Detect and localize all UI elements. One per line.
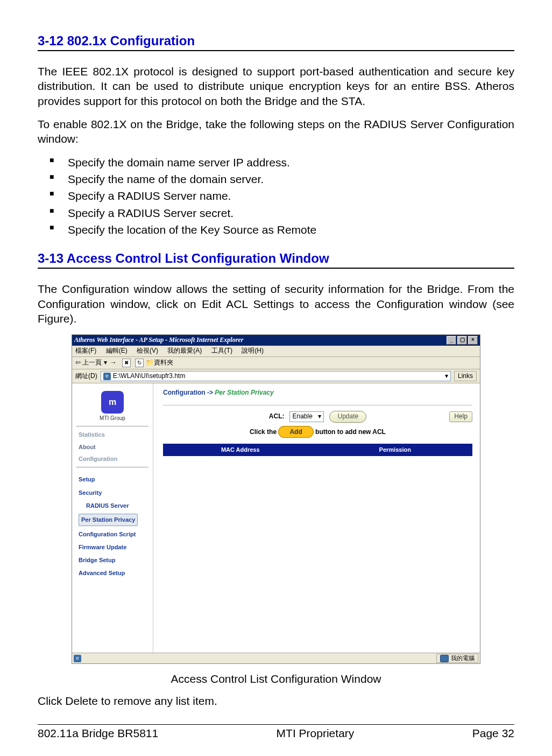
list-item: Specify the location of the Key Source a… xyxy=(68,222,514,237)
sidebar-item-radius[interactable]: RADIUS Server xyxy=(76,499,148,512)
sidebar-item-security[interactable]: Security xyxy=(76,486,148,499)
col-mac-address: MAC Address xyxy=(163,444,318,456)
acl-label: ACL: xyxy=(269,412,285,421)
figure-caption: Access Control List Configuration Window xyxy=(38,671,514,686)
close-button[interactable]: × xyxy=(468,336,478,345)
list-item: Specify a RADIUS Server name. xyxy=(68,188,514,203)
help-button[interactable]: Help xyxy=(449,411,472,422)
bullet-list: Specify the domain name server IP addres… xyxy=(38,155,514,237)
logo-icon: m xyxy=(101,391,124,414)
stop-icon[interactable]: ✖ xyxy=(122,359,131,367)
url-text: E:\WLAN\UI\setupfr3.htm xyxy=(113,372,186,381)
section-heading-3-12: 3-12 802.1x Configuration xyxy=(38,32,514,51)
sidebar-item-configuration[interactable]: Configuration xyxy=(76,453,148,465)
address-label: 網址(D) xyxy=(75,372,97,381)
footer-right: Page 32 xyxy=(472,726,514,740)
acl-row: ACL: Enable▾ Update Help xyxy=(163,411,472,423)
window-title: Atheros Web Interface - AP Setup - Micro… xyxy=(74,336,243,345)
ie-titlebar: Atheros Web Interface - AP Setup - Micro… xyxy=(72,335,480,346)
status-ie-icon: e xyxy=(74,655,81,662)
add-instruction: Click the Add button to add new ACL xyxy=(163,428,472,437)
paragraph-acl: The Configuration window allows the sett… xyxy=(38,282,514,326)
crumb-per-station: Per Station Privacy xyxy=(215,389,273,396)
sidebar-item-about[interactable]: About xyxy=(76,441,148,453)
acl-select[interactable]: Enable▾ xyxy=(289,411,324,422)
update-button[interactable]: Update xyxy=(329,411,366,423)
maximize-button[interactable]: ▢ xyxy=(457,336,467,345)
sidebar-item-bridge-setup[interactable]: Bridge Setup xyxy=(76,554,148,566)
menu-favorites[interactable]: 我的最愛(A) xyxy=(167,347,202,354)
ie-addressbar: 網址(D) e E:\WLAN\UI\setupfr3.htm ▾ Links xyxy=(72,369,480,384)
ie-menubar[interactable]: 檔案(F) 編輯(E) 檢視(V) 我的最愛(A) 工具(T) 說明(H) xyxy=(72,346,480,357)
refresh-icon[interactable]: ↻ xyxy=(135,359,144,367)
minimize-button[interactable]: _ xyxy=(447,336,456,345)
sidebar: m MTI Group Statistics About Configurati… xyxy=(72,383,153,653)
address-input[interactable]: e E:\WLAN\UI\setupfr3.htm ▾ xyxy=(101,371,451,382)
paragraph-intro: The IEEE 802.1X protocol is designed to … xyxy=(38,64,514,108)
acl-table-header: MAC Address Permission xyxy=(163,444,472,456)
sidebar-item-advanced[interactable]: Advanced Setup xyxy=(76,566,148,579)
menu-edit[interactable]: 編輯(E) xyxy=(106,347,128,354)
menu-file[interactable]: 檔案(F) xyxy=(75,347,96,354)
sidebar-item-firmware[interactable]: Firmware Update xyxy=(76,541,148,554)
page-footer: 802.11a Bridge BR5811 MTI Proprietary Pa… xyxy=(38,724,514,740)
app-body: m MTI Group Statistics About Configurati… xyxy=(72,383,480,653)
sidebar-item-config-script[interactable]: Configuration Script xyxy=(76,528,148,541)
list-item: Specify the name of the domain server. xyxy=(68,172,514,186)
computer-icon xyxy=(440,655,449,662)
ie-toolbar: ⇦ 上一頁 ▾ → ✖ ↻ 📁資料夾 xyxy=(72,357,480,369)
closing-text: Click Delete to remove any list item. xyxy=(38,694,514,708)
sidebar-item-per-station[interactable]: Per Station Privacy xyxy=(79,514,138,526)
crumb-configuration[interactable]: Configuration xyxy=(163,389,206,396)
col-permission: Permission xyxy=(318,444,473,456)
logo-label: MTI Group xyxy=(72,415,153,422)
zone-indicator: 我的電腦 xyxy=(436,654,478,662)
menu-tools[interactable]: 工具(T) xyxy=(211,347,232,354)
ie-icon: e xyxy=(103,373,111,380)
menu-view[interactable]: 檢視(V) xyxy=(137,347,158,354)
bookmarks-button[interactable]: 📁資料夾 xyxy=(146,359,173,367)
add-button[interactable]: Add xyxy=(278,426,313,438)
paragraph-steps: To enable 802.1X on the Bridge, take the… xyxy=(38,117,514,146)
section-heading-3-13: 3-13 Access Control List Configuration W… xyxy=(38,250,514,269)
sidebar-item-setup[interactable]: Setup xyxy=(76,473,148,486)
content-pane: Configuration -> Per Station Privacy ACL… xyxy=(153,383,480,653)
sidebar-item-statistics[interactable]: Statistics xyxy=(76,429,148,440)
breadcrumb: Configuration -> Per Station Privacy xyxy=(163,389,472,405)
list-item: Specify the domain name server IP addres… xyxy=(68,155,514,170)
list-item: Specify a RADIUS Server secret. xyxy=(68,206,514,220)
menu-help[interactable]: 說明(H) xyxy=(242,347,264,354)
footer-center: MTI Proprietary xyxy=(277,726,355,740)
figure-container: Atheros Web Interface - AP Setup - Micro… xyxy=(38,334,514,663)
ie-statusbar: e 我的電腦 xyxy=(72,653,480,663)
back-button[interactable]: ⇦ 上一頁 ▾ xyxy=(75,359,107,367)
links-button[interactable]: Links xyxy=(454,371,477,382)
ie-window: Atheros Web Interface - AP Setup - Micro… xyxy=(72,334,480,663)
footer-left: 802.11a Bridge BR5811 xyxy=(38,726,158,740)
